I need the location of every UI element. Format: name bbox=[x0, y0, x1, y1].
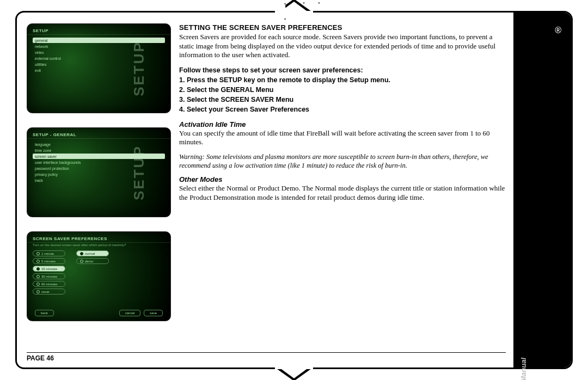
option-30-minutes: 30 minutes bbox=[33, 273, 65, 279]
escient-logo: ESCIENT bbox=[565, 40, 588, 253]
section1-body: Screen Savers are provided for each sour… bbox=[179, 33, 509, 60]
radio-icon bbox=[36, 275, 40, 278]
step-4: 4. Select your Screen Saver Preferences bbox=[179, 105, 509, 114]
screen1-vertical-label: SETUP bbox=[131, 41, 148, 96]
option-label: 15 minutes bbox=[41, 267, 57, 271]
text-column: SETTING THE SCREEN SAVER PREFERENCES Scr… bbox=[179, 23, 509, 208]
radio-icon bbox=[80, 260, 83, 263]
screenshot-column: SETUP general network video external con… bbox=[27, 23, 171, 335]
save-button: save bbox=[144, 310, 163, 316]
page-number: PAGE 46 bbox=[27, 352, 506, 362]
screen2-title: SETUP - GENERAL bbox=[27, 128, 170, 139]
option-label: normal bbox=[85, 252, 95, 255]
cancel-button: cancel bbox=[119, 310, 140, 316]
screen3-subtitle: Turn on the desired screen saver after w… bbox=[27, 243, 170, 248]
section3-body: Select either the Normal or Product Demo… bbox=[179, 184, 509, 202]
option-label: 30 minutes bbox=[41, 275, 57, 278]
idle-time-options: 1 minute 5 minutes 15 minutes 30 minutes… bbox=[33, 250, 65, 295]
radio-icon bbox=[80, 252, 83, 255]
option-label: 60 minutes bbox=[41, 283, 57, 286]
product-line: FireBall™ ZP-1 User's Manual bbox=[519, 358, 528, 380]
screen-saver-prefs-screenshot: SCREEN SAVER PREFERENCES Turn on the des… bbox=[27, 231, 171, 321]
brand-sidebar: ® ESCIENT FireBall™ ZP-1 User's Manual bbox=[513, 13, 571, 367]
screen3-button-row: back cancel save bbox=[27, 310, 170, 316]
setup-general-screenshot: SETUP - GENERAL language time zone scree… bbox=[27, 127, 171, 217]
option-60-minutes: 60 minutes bbox=[33, 281, 65, 287]
option-15-minutes: 15 minutes bbox=[33, 266, 65, 272]
radio-icon bbox=[36, 260, 40, 263]
screen2-vertical-label: SETUP bbox=[131, 145, 148, 200]
screen2-menu: language time zone screen saver user int… bbox=[27, 139, 170, 186]
section3-heading: Other Modes bbox=[179, 175, 509, 183]
step-3: 3. Select the SCREEN SAVER Menu bbox=[179, 95, 509, 105]
option-1-minute: 1 minute bbox=[33, 250, 65, 256]
option-never: never bbox=[33, 289, 65, 295]
option-normal: normal bbox=[76, 250, 109, 256]
option-5-minutes: 5 minutes bbox=[33, 258, 65, 264]
option-label: never bbox=[41, 290, 50, 293]
radio-icon bbox=[36, 252, 40, 255]
radio-icon bbox=[36, 290, 40, 293]
product-line-text: FireBall™ ZP-1 User's Manual bbox=[519, 358, 528, 380]
screen1-title: SETUP bbox=[27, 24, 170, 35]
radio-icon bbox=[36, 267, 40, 271]
section2-warning: Warning: Some televisions and plasma mon… bbox=[179, 152, 509, 170]
option-demo: demo bbox=[76, 258, 109, 264]
steps-intro: Follow these steps to set your screen sa… bbox=[179, 65, 509, 75]
section2-body: You can specify the amount of idle time … bbox=[179, 129, 509, 147]
top-notch-gap bbox=[275, 11, 313, 13]
section2-heading: Activation Idle Time bbox=[179, 120, 509, 128]
screen3-options-grid: 1 minute 5 minutes 15 minutes 30 minutes… bbox=[27, 248, 170, 297]
registered-mark: ® bbox=[555, 26, 561, 35]
option-label: 1 minute bbox=[41, 252, 54, 255]
screen1-menu: general network video external control u… bbox=[27, 35, 170, 76]
bottom-notch-gap bbox=[275, 367, 313, 369]
section1-heading: SETTING THE SCREEN SAVER PREFERENCES bbox=[179, 23, 509, 32]
screen3-title: SCREEN SAVER PREFERENCES bbox=[27, 232, 170, 243]
back-button: back bbox=[35, 310, 54, 316]
steps-block: Follow these steps to set your screen sa… bbox=[179, 65, 509, 115]
radio-icon bbox=[36, 283, 40, 286]
manual-page-frame: SETUP general network video external con… bbox=[15, 11, 573, 369]
mode-options: normal demo bbox=[76, 250, 109, 295]
content-area: SETUP general network video external con… bbox=[27, 23, 506, 358]
setup-menu-screenshot: SETUP general network video external con… bbox=[27, 23, 171, 113]
option-label: 5 minutes bbox=[41, 260, 56, 263]
step-2: 2. Select the GENERAL Menu bbox=[179, 85, 509, 95]
step-1: 1. Press the SETUP key on the remote to … bbox=[179, 75, 509, 85]
option-label: demo bbox=[85, 260, 93, 263]
